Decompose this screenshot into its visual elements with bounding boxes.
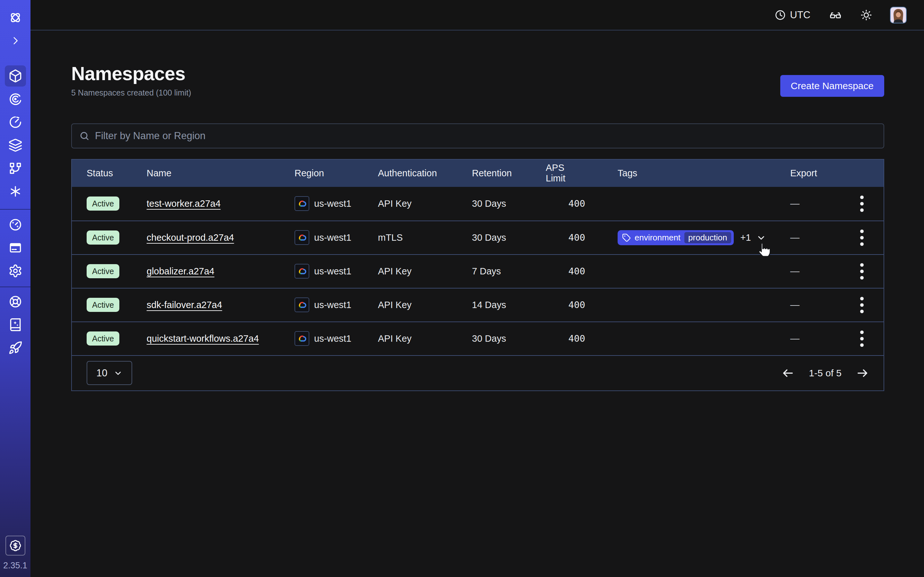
main-content: Namespaces 5 Namespaces created (100 lim… <box>31 31 924 577</box>
gcp-region-icon <box>294 298 309 312</box>
namespace-link[interactable]: globalizer.a27a4 <box>147 266 214 277</box>
row-menu-button[interactable] <box>855 295 869 315</box>
sidebar-item-support[interactable] <box>5 291 26 312</box>
col-name: Name <box>147 168 294 179</box>
namespace-link[interactable]: sdk-failover.a27a4 <box>147 300 222 310</box>
glasses-icon <box>829 9 842 21</box>
timer-icon <box>8 115 23 129</box>
sidebar-item-pricing[interactable] <box>5 536 25 556</box>
region-label: us-west1 <box>314 334 351 344</box>
sidebar-item-batch[interactable] <box>5 135 26 156</box>
namespace-link[interactable]: quickstart-workflows.a27a4 <box>147 334 259 344</box>
filter-input[interactable] <box>95 130 876 142</box>
row-menu-button[interactable] <box>855 227 869 248</box>
temporal-logo[interactable] <box>5 7 26 28</box>
sidebar-item-deployments[interactable] <box>5 158 26 179</box>
auth-value: API Key <box>378 198 472 209</box>
tag-badge[interactable]: environment production <box>618 230 734 245</box>
next-page-button[interactable] <box>856 367 869 380</box>
status-badge: Active <box>87 298 120 312</box>
radar-icon <box>8 92 23 106</box>
export-value: — <box>790 334 855 344</box>
col-export: Export <box>790 168 855 179</box>
page-subtitle: 5 Namespaces created (100 limit) <box>71 88 191 97</box>
row-menu-button[interactable] <box>855 329 869 349</box>
pagination-range: 1-5 of 5 <box>809 367 842 379</box>
dollar-badge-icon <box>9 540 21 552</box>
timezone-label: UTC <box>790 9 811 21</box>
temporal-logo-icon <box>8 11 23 25</box>
aps-value: 400 <box>546 232 585 243</box>
create-namespace-button[interactable]: Create Namespace <box>780 75 884 97</box>
status-badge: Active <box>87 332 120 346</box>
export-value: — <box>790 232 855 243</box>
col-status: Status <box>87 168 147 179</box>
gcp-region-icon <box>294 230 309 245</box>
table-row: Active globalizer.a27a4 us-west1 API Key… <box>72 254 884 288</box>
gear-icon <box>8 264 23 278</box>
auth-value: API Key <box>378 334 472 344</box>
export-value: — <box>790 198 855 209</box>
sidebar-item-monitor[interactable] <box>5 89 26 110</box>
aps-value: 400 <box>546 333 585 344</box>
asterisk-icon <box>8 184 23 198</box>
sidebar-item-billing[interactable] <box>5 237 26 258</box>
filter-box <box>71 123 884 148</box>
aps-value: 400 <box>546 300 585 310</box>
retention-value: 30 Days <box>472 198 546 209</box>
col-retention: Retention <box>472 168 546 179</box>
sidebar: 2.35.1 <box>0 0 31 577</box>
page-header: Namespaces 5 Namespaces created (100 lim… <box>71 63 884 97</box>
status-badge: Active <box>87 264 120 278</box>
namespaces-table: Status Name Region Authentication Retent… <box>71 159 884 391</box>
rocket-icon <box>8 341 23 355</box>
namespace-link[interactable]: test-worker.a27a4 <box>147 198 221 209</box>
region-label: us-west1 <box>314 198 351 209</box>
sidebar-item-usage[interactable] <box>5 214 26 235</box>
table-row: Active quickstart-workflows.a27a4 us-wes… <box>72 322 884 355</box>
labs-toggle-button[interactable] <box>829 9 842 21</box>
export-value: — <box>790 266 855 277</box>
arrow-right-icon <box>856 367 869 380</box>
col-tags: Tags <box>585 168 790 179</box>
sidebar-item-settings[interactable] <box>5 260 26 282</box>
topbar: UTC <box>31 0 924 31</box>
col-aps: APS Limit <box>546 163 585 184</box>
cube-icon <box>8 69 23 83</box>
col-region: Region <box>294 168 378 179</box>
aps-value: 400 <box>546 198 585 209</box>
sidebar-item-namespaces[interactable] <box>5 65 26 87</box>
sidebar-item-schedules[interactable] <box>5 111 26 133</box>
export-value: — <box>790 300 855 310</box>
tags-expand-button[interactable] <box>756 233 766 243</box>
region-label: us-west1 <box>314 300 351 310</box>
prev-page-button[interactable] <box>782 367 795 380</box>
tag-value: production <box>684 232 731 243</box>
retention-value: 7 Days <box>472 266 546 277</box>
layers-icon <box>8 138 23 152</box>
gauge-icon <box>8 218 23 232</box>
page-size-select[interactable]: 10 <box>87 361 132 385</box>
tag-icon <box>622 234 631 242</box>
sidebar-expand-button[interactable] <box>5 30 26 51</box>
search-icon <box>79 131 89 141</box>
col-auth: Authentication <box>378 168 472 179</box>
auth-value: mTLS <box>378 232 472 243</box>
sidebar-item-nexus[interactable] <box>5 181 26 202</box>
row-menu-button[interactable] <box>855 193 869 214</box>
timezone-selector[interactable]: UTC <box>774 9 811 21</box>
table-row: Active checkout-prod.a27a4 us-west1 mTLS… <box>72 221 884 254</box>
sidebar-item-get-started[interactable] <box>5 337 26 358</box>
table-row: Active test-worker.a27a4 us-west1 API Ke… <box>72 187 884 221</box>
sidebar-divider <box>0 209 31 210</box>
retention-value: 30 Days <box>472 232 546 243</box>
theme-toggle-button[interactable] <box>860 9 873 21</box>
row-menu-button[interactable] <box>855 261 869 282</box>
user-avatar[interactable] <box>890 7 907 23</box>
table-header-row: Status Name Region Authentication Retent… <box>72 160 884 187</box>
auth-value: API Key <box>378 300 472 310</box>
branch-icon <box>8 161 23 175</box>
sidebar-item-docs[interactable] <box>5 314 26 335</box>
table-footer: 10 1-5 of 5 <box>72 355 884 390</box>
namespace-link[interactable]: checkout-prod.a27a4 <box>147 232 234 243</box>
